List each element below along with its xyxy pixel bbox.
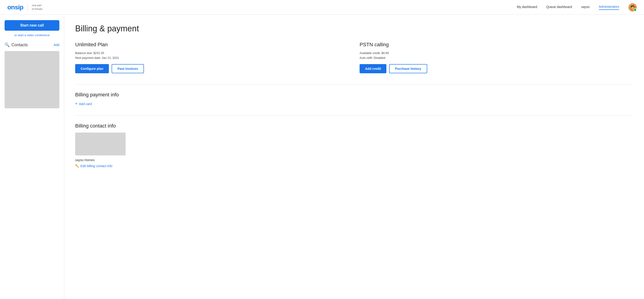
add-card-label: Add card (79, 102, 92, 106)
header: onsip now part of Intrado My dashboard Q… (0, 0, 644, 15)
contacts-header: 🔍 Contacts Add (4, 42, 59, 47)
plan-actions: Configure plan Past invoices (75, 64, 348, 73)
billing-payment-section: Billing payment info + Add card (75, 92, 633, 106)
past-invoices-button[interactable]: Past invoices (112, 64, 144, 73)
contacts-title: Contacts (12, 42, 28, 47)
start-new-call-button[interactable]: Start new call (4, 20, 59, 31)
avatar[interactable]: 🧑 (628, 3, 637, 11)
add-contact-link[interactable]: Add (54, 43, 59, 47)
sidebar: Start new call or start a video conferen… (0, 15, 64, 299)
nav-administrators[interactable]: Administrators (599, 5, 619, 10)
nav-my-dashboard[interactable]: My dashboard (517, 5, 537, 9)
configure-plan-button[interactable]: Configure plan (75, 64, 109, 73)
billing-contact-title: Billing contact info (75, 123, 633, 129)
main-nav: My dashboard Queue dashboard sayso Admin… (517, 3, 637, 11)
billing-contact-placeholder (75, 133, 126, 155)
divider-2 (75, 115, 633, 116)
search-icon[interactable]: 🔍 (4, 42, 10, 47)
available-credit: Available credit: $0.65 (360, 51, 633, 55)
auto-refill: Auto refill: Disabled (360, 56, 633, 59)
pencil-icon: ✏️ (75, 164, 79, 168)
divider-1 (75, 84, 633, 84)
contacts-left: 🔍 Contacts (4, 42, 28, 47)
pstn-actions: Add credit Purchase history (360, 64, 633, 73)
logo: onsip now part of Intrado (7, 4, 42, 11)
online-badge (634, 8, 637, 11)
add-card-link[interactable]: + Add card (75, 101, 633, 106)
edit-billing-contact-link[interactable]: ✏️ Edit billing contact info (75, 164, 633, 168)
onsip-brand: onsip (7, 4, 24, 11)
contacts-list-placeholder (4, 51, 59, 108)
video-conference-link[interactable]: or start a video conference (4, 33, 59, 37)
unlimited-plan-section: Unlimited Plan Balance due: $231.55 Next… (75, 42, 348, 73)
logo-sub: now part of Intrado (32, 4, 42, 11)
company-name: sayso Homes (75, 158, 633, 162)
billing-contact-section: Billing contact info sayso Homes ✏️ Edit… (75, 123, 633, 168)
next-payment-date: Next payment date: Jan 21, 2021 (75, 56, 348, 59)
balance-due: Balance due: $231.55 (75, 51, 348, 55)
billing-grid: Unlimited Plan Balance due: $231.55 Next… (75, 42, 633, 73)
add-credit-button[interactable]: Add credit (360, 64, 386, 73)
unlimited-plan-title: Unlimited Plan (75, 42, 348, 48)
main-content: Billing & payment Unlimited Plan Balance… (64, 15, 644, 299)
billing-payment-title: Billing payment info (75, 92, 633, 98)
edit-billing-label: Edit billing contact info (80, 164, 112, 168)
nav-sayso[interactable]: sayso (581, 5, 590, 9)
pstn-section: PSTN calling Available credit: $0.65 Aut… (360, 42, 633, 73)
logo-divider (28, 4, 28, 11)
page-layout: Start new call or start a video conferen… (0, 15, 644, 299)
purchase-history-button[interactable]: Purchase history (389, 64, 427, 73)
plus-icon: + (75, 101, 78, 106)
nav-queue-dashboard[interactable]: Queue dashboard (546, 5, 572, 9)
pstn-title: PSTN calling (360, 42, 633, 48)
page-title: Billing & payment (75, 24, 633, 33)
